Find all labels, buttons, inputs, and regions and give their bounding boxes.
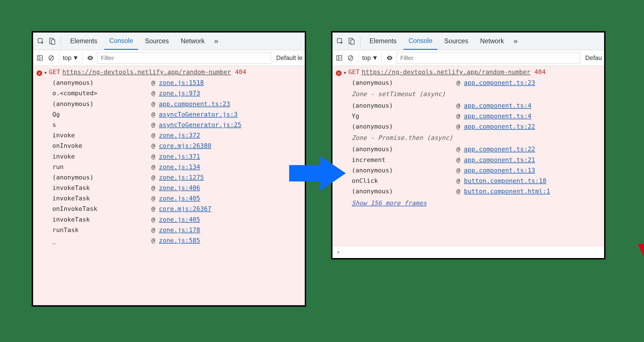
stack-frame[interactable]: _@ zone.js:585 — [33, 235, 305, 246]
stack-frame[interactable]: (anonymous)@ app.component.ts:13 — [332, 165, 604, 176]
source-link[interactable]: zone.js:372 — [159, 132, 200, 139]
stack-frame[interactable]: (anonymous)@ app.component.ts:22 — [332, 144, 604, 154]
stack-frame[interactable]: invokeTask@ zone.js:405 — [33, 214, 305, 225]
source-link[interactable]: zone.js:405 — [159, 216, 200, 223]
callout-arrow-icon — [634, 237, 644, 266]
tab-sources[interactable]: Sources — [439, 33, 473, 50]
request-url[interactable]: https://ng-devtools.netlify.app/random-n… — [362, 67, 531, 77]
source-link[interactable]: asyncToGenerator.js:25 — [159, 121, 241, 128]
stack-frame[interactable]: (anonymous)@ app.component.ts:23 — [332, 77, 604, 88]
source-link[interactable]: app.component.ts:4 — [464, 102, 531, 109]
tab-console[interactable]: Console — [104, 33, 138, 50]
divider — [359, 53, 359, 63]
svg-rect-3 — [37, 56, 42, 60]
stack-frame[interactable]: invokeTask@ zone.js:406 — [33, 183, 305, 193]
source-link[interactable]: app.component.ts:23 — [464, 79, 535, 86]
log-levels-selector[interactable]: Defau — [582, 54, 602, 62]
inspect-icon[interactable] — [36, 36, 46, 46]
tab-network[interactable]: Network — [475, 33, 509, 50]
more-tabs-icon[interactable]: » — [511, 37, 520, 46]
source-link[interactable]: asyncToGenerator.js:3 — [159, 111, 238, 118]
stack-frame[interactable]: s@ asyncToGenerator.js:25 — [33, 120, 305, 130]
stack-frame[interactable]: (anonymous)@ zone.js:1518 — [33, 77, 305, 88]
tab-strip: Elements Console Sources Network » — [332, 33, 604, 50]
status-code: 404 — [235, 67, 246, 77]
stack-frame[interactable]: invoke@ zone.js:371 — [33, 151, 305, 162]
stack-frame[interactable]: increment@ app.component.ts:21 — [332, 155, 604, 165]
stack-frame[interactable]: invoke@ zone.js:372 — [33, 130, 305, 140]
clear-console-icon[interactable] — [47, 53, 56, 62]
tab-console[interactable]: Console — [403, 33, 437, 50]
source-link[interactable]: zone.js:973 — [159, 90, 200, 97]
stack-frame[interactable]: onClick@ button.component.ts:18 — [332, 176, 604, 186]
filter-input[interactable] — [97, 52, 271, 64]
source-link[interactable]: zone.js:406 — [159, 184, 200, 191]
live-expression-icon[interactable] — [86, 53, 95, 62]
disclosure-triangle-icon[interactable]: ▼ — [344, 70, 346, 76]
stack-frame[interactable]: o.<computed>@ zone.js:973 — [33, 88, 305, 98]
frame-location: @ app.component.ts:22 — [456, 144, 535, 154]
stack-frame[interactable]: invokeTask@ zone.js:405 — [33, 193, 305, 204]
source-link[interactable]: app.component.ts:13 — [464, 167, 535, 174]
tab-elements[interactable]: Elements — [65, 33, 102, 50]
error-header[interactable]: ✕ ▼ GET https://ng-devtools.netlify.app/… — [332, 66, 604, 77]
inspect-icon[interactable] — [335, 36, 345, 46]
show-more-frames[interactable]: Show 156 more frames — [332, 196, 604, 210]
source-link[interactable]: core.mjs:26367 — [159, 205, 211, 212]
source-link[interactable]: button.component.html:1 — [464, 188, 550, 195]
toggle-sidebar-icon[interactable] — [35, 53, 44, 62]
source-link[interactable]: zone.js:134 — [159, 163, 200, 170]
source-link[interactable]: app.component.ts:23 — [159, 100, 230, 107]
stack-frame[interactable]: (anonymous)@ app.component.ts:4 — [332, 100, 604, 111]
frame-location: @ zone.js:405 — [151, 215, 200, 224]
console-prompt[interactable]: › — [332, 246, 604, 258]
device-toggle-icon[interactable] — [47, 36, 57, 46]
stack-frame[interactable]: Yg@ app.component.ts:4 — [332, 111, 604, 121]
clear-console-icon[interactable] — [346, 53, 355, 62]
frame-location: @ app.component.ts:21 — [456, 155, 535, 165]
devtools-panel-before: Elements Console Sources Network » top ▼… — [32, 31, 306, 307]
filter-input[interactable] — [396, 52, 580, 64]
source-link[interactable]: app.component.ts:21 — [464, 156, 535, 163]
request-url[interactable]: https://ng-devtools.netlify.app/random-n… — [63, 67, 231, 77]
frame-location: @ app.component.ts:4 — [456, 101, 531, 111]
stack-frame[interactable]: (anonymous)@ button.component.html:1 — [332, 186, 604, 196]
stack-frame[interactable]: (anonymous)@ app.component.ts:23 — [33, 99, 305, 109]
device-toggle-icon[interactable] — [347, 36, 356, 46]
more-tabs-icon[interactable]: » — [211, 37, 221, 46]
toggle-sidebar-icon[interactable] — [335, 53, 344, 62]
error-icon: ✕ — [336, 70, 342, 76]
log-levels-selector[interactable]: Default le — [273, 54, 302, 62]
source-link[interactable]: zone.js:178 — [159, 226, 200, 233]
frame-function: invokeTask — [52, 183, 151, 193]
frame-location: @ core.mjs:26367 — [151, 204, 211, 214]
source-link[interactable]: button.component.ts:18 — [464, 177, 546, 184]
live-expression-icon[interactable] — [385, 53, 394, 62]
source-link[interactable]: zone.js:1275 — [159, 174, 204, 181]
source-link[interactable]: app.component.ts:4 — [464, 112, 531, 120]
stack-frame[interactable]: runTask@ zone.js:178 — [33, 225, 305, 235]
stack-frame[interactable]: onInvokeTask@ core.mjs:26367 — [33, 204, 305, 214]
stack-frame[interactable]: (anonymous)@ app.component.ts:22 — [332, 121, 604, 132]
stack-frame[interactable]: Qg@ asyncToGenerator.js:3 — [33, 109, 305, 120]
source-link[interactable]: zone.js:371 — [159, 153, 200, 160]
svg-line-5 — [50, 56, 53, 60]
source-link[interactable]: core.mjs:26380 — [159, 142, 211, 149]
error-header[interactable]: ✕ ▼ GET https://ng-devtools.netlify.app/… — [33, 66, 305, 77]
source-link[interactable]: zone.js:585 — [159, 237, 200, 244]
frame-function: Yg — [352, 111, 456, 121]
tab-elements[interactable]: Elements — [364, 33, 402, 50]
context-selector[interactable]: top ▼ — [362, 54, 378, 62]
stack-frame[interactable]: run@ zone.js:134 — [33, 162, 305, 172]
show-more-link[interactable]: Show 156 more frames — [352, 200, 427, 207]
tab-sources[interactable]: Sources — [140, 33, 174, 50]
source-link[interactable]: app.component.ts:22 — [464, 123, 535, 130]
context-selector[interactable]: top ▼ — [63, 54, 79, 62]
source-link[interactable]: zone.js:405 — [159, 195, 200, 202]
stack-frame[interactable]: (anonymous)@ zone.js:1275 — [33, 172, 305, 183]
tab-network[interactable]: Network — [176, 33, 210, 50]
stack-frame[interactable]: onInvoke@ core.mjs:26380 — [33, 140, 305, 151]
source-link[interactable]: app.component.ts:22 — [464, 146, 535, 153]
disclosure-triangle-icon[interactable]: ▼ — [44, 70, 47, 76]
source-link[interactable]: zone.js:1518 — [159, 79, 204, 86]
